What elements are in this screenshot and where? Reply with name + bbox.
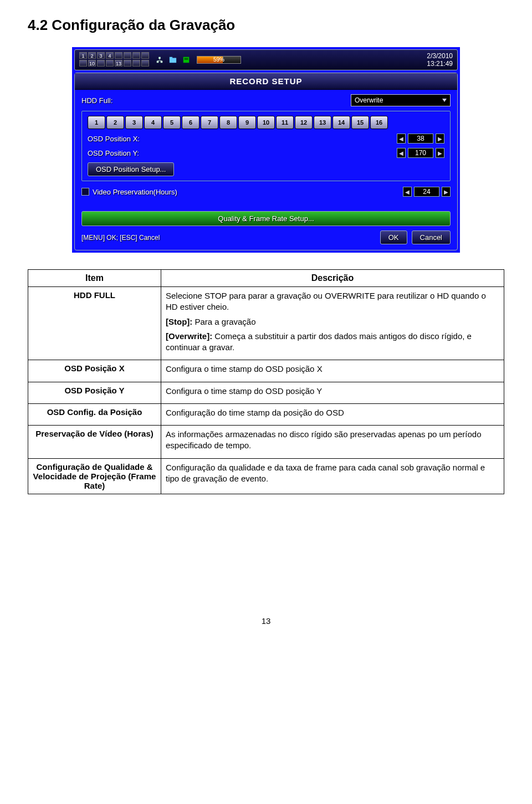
desc-cell: Configura o time stamp do OSD posição X [161, 360, 504, 382]
disk-icon [182, 56, 190, 64]
ok-button[interactable]: OK [380, 231, 407, 244]
status-icons [156, 56, 190, 64]
hdd-full-label: HDD Full: [81, 96, 344, 105]
channel-buttons: 12345678910111213141516 [88, 116, 444, 129]
item-cell: OSD Posição X [28, 360, 161, 382]
hdd-full-select[interactable]: Overwrite [351, 94, 451, 106]
desc-cell: Configura o time stamp do OSD posição Y [161, 382, 504, 403]
item-cell: Configuração de Qualidade & Velocidade d… [28, 458, 161, 494]
svg-rect-2 [158, 57, 161, 59]
channel-button[interactable]: 2 [106, 116, 124, 129]
channel-cell: 4 [106, 52, 114, 59]
channel-button[interactable]: 15 [351, 116, 369, 129]
channel-cell [141, 52, 149, 59]
disk-usage-pct: 59% [213, 57, 224, 63]
disk-usage-bar: 59% [197, 56, 241, 64]
channel-cell: 3 [97, 52, 105, 59]
osd-x-stepper[interactable]: ◀ 38 ▶ [397, 134, 444, 144]
table-row: OSD Posição XConfigura o time stamp do O… [28, 360, 504, 382]
table-row: HDD FULLSelecione STOP para parar a grav… [28, 287, 504, 360]
channel-button[interactable]: 4 [144, 116, 162, 129]
channel-cell: 1 [79, 52, 87, 59]
arrow-right-icon[interactable]: ▶ [436, 148, 444, 158]
chevron-down-icon [442, 99, 447, 102]
quality-framerate-setup-button[interactable]: Quality & Frame Rate Setup... [81, 211, 451, 226]
section-title: 4.2 Configuração da Gravação [28, 17, 504, 34]
channel-cell [132, 52, 140, 59]
osd-x-label: OSD Position X: [88, 135, 390, 143]
record-setup-panel: RECORD SETUP HDD Full: Overwrite 1234567… [74, 73, 458, 250]
channel-cell: 13 [115, 60, 122, 66]
arrow-left-icon[interactable]: ◀ [397, 148, 406, 158]
video-preservation-stepper[interactable]: ◀ 24 ▶ [403, 187, 451, 197]
menu-hint: [MENU] OK; [ESC] Cancel [81, 234, 160, 242]
channel-button[interactable]: 7 [201, 116, 218, 129]
svg-rect-3 [170, 58, 176, 63]
item-cell: OSD Config. da Posição [28, 403, 161, 425]
table-row: Preservação de Vídeo (Horas)As informaçõ… [28, 426, 504, 459]
clock: 2/3/2010 13:21:49 [427, 52, 453, 68]
osd-box: 12345678910111213141516 OSD Position X: … [81, 111, 451, 181]
date-label: 2/3/2010 [427, 52, 453, 60]
svg-rect-6 [185, 58, 188, 60]
time-label: 13:21:49 [427, 60, 453, 68]
channel-button[interactable]: 16 [370, 116, 388, 129]
osd-x-value: 38 [408, 134, 433, 144]
item-cell: Preservação de Vídeo (Horas) [28, 426, 161, 459]
item-cell: OSD Posição Y [28, 382, 161, 403]
channel-cell: 2 [88, 52, 96, 59]
description-table: Item Descrição HDD FULLSelecione STOP pa… [28, 269, 504, 494]
desc-cell: As informações armazenadas no disco rígi… [161, 426, 504, 459]
channel-cell: 10 [88, 60, 96, 66]
channel-cell [132, 60, 140, 66]
hdd-full-value: Overwrite [355, 96, 383, 104]
network-icon [156, 56, 163, 64]
table-head-item: Item [28, 270, 161, 287]
channel-cell [141, 60, 149, 66]
panel-title: RECORD SETUP [75, 73, 457, 90]
video-preservation-value: 24 [414, 187, 439, 197]
channel-button[interactable]: 1 [88, 116, 105, 129]
item-cell: HDD FULL [28, 287, 161, 360]
desc-cell: Configuração da qualidade e da taxa de f… [161, 458, 504, 494]
cancel-button[interactable]: Cancel [412, 231, 451, 244]
channel-cell [124, 52, 131, 59]
channel-button[interactable]: 14 [332, 116, 350, 129]
svg-rect-4 [170, 57, 172, 59]
arrow-right-icon[interactable]: ▶ [436, 134, 444, 144]
channel-button[interactable]: 10 [257, 116, 275, 129]
folder-icon [169, 56, 177, 64]
channel-button[interactable]: 3 [125, 116, 143, 129]
video-preservation-checkbox[interactable] [81, 188, 89, 196]
osd-y-stepper[interactable]: ◀ 170 ▶ [397, 148, 444, 158]
arrow-left-icon[interactable]: ◀ [403, 187, 412, 197]
channel-button[interactable]: 5 [163, 116, 181, 129]
desc-cell: Configuração do time stamp da posição do… [161, 403, 504, 425]
channel-cell [115, 52, 122, 59]
channel-cell [97, 60, 105, 66]
channel-cell [79, 60, 87, 66]
table-row: Configuração de Qualidade & Velocidade d… [28, 458, 504, 494]
channel-button[interactable]: 8 [219, 116, 237, 129]
channel-button[interactable]: 13 [314, 116, 331, 129]
channel-button[interactable]: 9 [238, 116, 256, 129]
channel-button[interactable]: 12 [295, 116, 313, 129]
table-row: OSD Config. da PosiçãoConfiguração do ti… [28, 403, 504, 425]
osd-y-value: 170 [408, 148, 433, 158]
status-bar: 1234 1013 59% 2/3/2010 13:21:49 [74, 49, 458, 70]
channel-grid: 1234 1013 [79, 52, 149, 68]
osd-position-setup-button[interactable]: OSD Position Setup... [88, 162, 174, 176]
page-number: 13 [28, 616, 504, 626]
channel-cell [124, 60, 131, 66]
channel-button[interactable]: 11 [276, 116, 294, 129]
channel-button[interactable]: 6 [182, 116, 200, 129]
dvr-screenshot: 1234 1013 59% 2/3/2010 13:21:49 RECORD S… [72, 47, 460, 253]
table-head-desc: Descrição [161, 270, 504, 287]
table-row: OSD Posição YConfigura o time stamp do O… [28, 382, 504, 403]
arrow-right-icon[interactable]: ▶ [442, 187, 451, 197]
osd-y-label: OSD Position Y: [88, 149, 390, 157]
arrow-left-icon[interactable]: ◀ [397, 134, 406, 144]
video-preservation-label: Video Preservation(Hours) [93, 188, 177, 196]
desc-cell: Selecione STOP para parar a gravação ou … [161, 287, 504, 360]
channel-cell [106, 60, 114, 66]
